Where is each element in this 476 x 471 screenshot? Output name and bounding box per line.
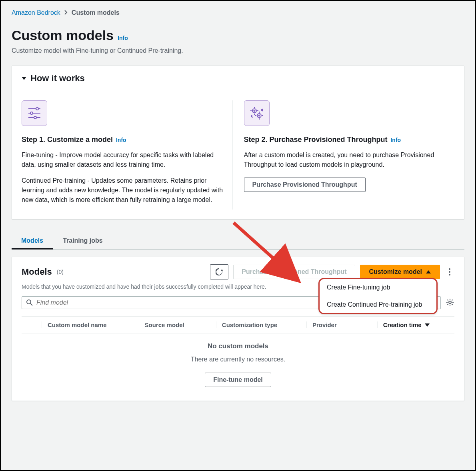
col-source-model[interactable]: Source model [139,321,216,328]
models-panel: Models (0) Purchase Provisioned Throughp… [12,257,464,401]
gears-icon [244,100,270,126]
step-1: Step 1. Customize a model Info Fine-tuni… [22,100,232,210]
col-customization-type[interactable]: Customization type [216,321,306,328]
svg-point-11 [27,300,31,304]
sliders-icon [22,100,47,126]
step-1-title: Step 1. Customize a model [22,136,113,144]
how-it-works-title: How it works [30,73,85,84]
search-icon [26,299,33,306]
col-creation-time[interactable]: Creation time [377,321,454,328]
svg-point-13 [449,301,451,303]
svg-point-3 [30,112,33,114]
col-creation-time-label: Creation time [383,321,422,328]
chevron-right-icon [64,9,68,16]
customize-model-dropdown: Create Fine-tuning job Create Continued … [318,278,438,314]
purchase-throughput-button[interactable]: Purchase Provisioned Throughput [244,178,366,192]
refresh-button[interactable] [210,264,228,279]
step-2-info-link[interactable]: Info [390,137,401,143]
breadcrumb-current: Custom models [72,9,120,16]
step-2: Step 2. Purchase Provisioned Throughput … [232,100,455,210]
col-custom-model-name[interactable]: Custom model name [42,321,139,328]
purchase-throughput-button-disabled[interactable]: Purchase Provisioned Throughput [233,265,355,279]
info-link[interactable]: Info [118,35,128,41]
breadcrumb: Amazon Bedrock Custom models [12,9,464,16]
tabs: Models Training jobs [12,232,464,249]
step-1-p2: Continued Pre-training - Updates some pa… [22,176,224,205]
page-title: Custom models [12,28,114,43]
step-1-p1: Fine-tuning - Improve model accuracy for… [22,150,224,170]
gear-icon [446,298,454,307]
models-title: Models [22,267,52,277]
how-it-works-panel: How it works Step 1. Customize a model I… [12,66,464,220]
customize-model-label: Customize model [369,268,422,275]
svg-point-9 [258,115,260,116]
empty-title: No custom models [22,342,454,350]
empty-state: No custom models There are currently no … [22,333,454,389]
customize-model-button[interactable]: Customize model [360,265,440,279]
fine-tune-model-button[interactable]: Fine-tune model [205,373,271,387]
step-2-p1: After a custom model is created, you nee… [244,150,447,170]
table-settings-button[interactable] [446,298,454,308]
svg-point-7 [254,110,255,112]
overflow-menu-button[interactable] [445,268,454,275]
models-count: (0) [57,269,64,275]
dropdown-create-fine-tuning[interactable]: Create Fine-tuning job [320,279,436,296]
sort-desc-icon [425,323,430,327]
dropdown-create-continued-pretraining[interactable]: Create Continued Pre-training job [320,296,436,313]
page-subtitle: Customize model with Fine-tuning or Cont… [12,47,464,54]
refresh-icon [216,268,223,275]
svg-point-1 [36,108,38,110]
empty-text: There are currently no resources. [22,356,454,363]
select-all-column [22,321,42,328]
breadcrumb-root-link[interactable]: Amazon Bedrock [12,9,60,16]
col-provider[interactable]: Provider [306,321,377,328]
step-1-info-link[interactable]: Info [116,137,126,143]
svg-point-8 [257,114,261,118]
caret-up-icon [426,270,431,273]
models-table: Custom model name Source model Customiza… [22,316,454,389]
step-2-title: Step 2. Purchase Provisioned Throughput [244,136,388,144]
tab-models[interactable]: Models [12,232,53,249]
svg-line-12 [30,303,32,305]
svg-point-6 [252,109,256,113]
tab-training-jobs[interactable]: Training jobs [53,232,112,249]
svg-point-5 [34,116,36,119]
caret-down-icon [22,77,26,80]
how-it-works-toggle[interactable]: How it works [12,66,464,91]
